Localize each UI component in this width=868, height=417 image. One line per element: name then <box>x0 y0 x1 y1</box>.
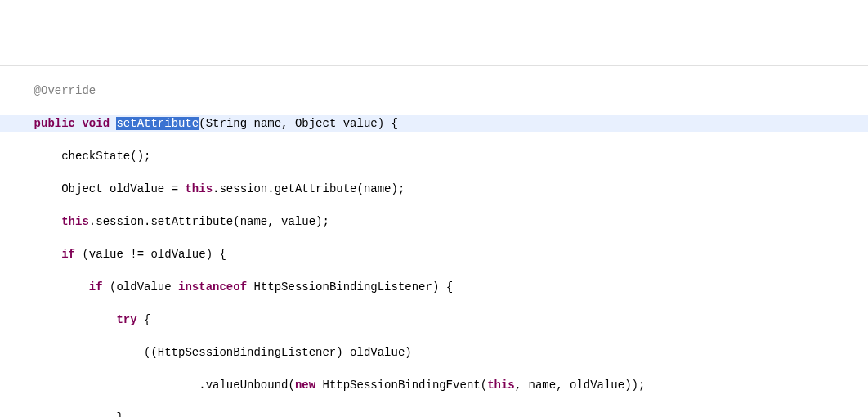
text: .session.setAttribute(name, value); <box>89 215 329 228</box>
annotation: @Override <box>34 84 96 97</box>
text: HttpSessionBindingEvent( <box>315 379 487 392</box>
keyword-this: this <box>61 215 89 228</box>
code-line[interactable]: ((HttpSessionBindingListener) oldValue) <box>0 344 868 361</box>
text: Object oldValue = <box>61 182 185 195</box>
keyword-if: if <box>89 280 103 294</box>
text: (oldValue <box>103 280 178 294</box>
brace: } <box>116 411 123 417</box>
text: , name, oldValue)); <box>515 379 646 392</box>
code-line[interactable]: @Override <box>0 83 868 99</box>
statement: checkState(); <box>61 150 150 163</box>
keyword-instanceof: instanceof <box>178 280 247 294</box>
code-line[interactable]: checkState(); <box>0 148 868 164</box>
method-name-selected[interactable]: setAttribute <box>116 117 199 130</box>
code-line-highlighted[interactable]: public void setAttribute(String name, Ob… <box>0 115 868 132</box>
text: .session.getAttribute(name); <box>213 182 405 195</box>
text: ((HttpSessionBindingListener) oldValue) <box>144 346 412 359</box>
keyword-this: this <box>487 379 515 392</box>
keyword-void: void <box>82 117 110 130</box>
text: .valueUnbound( <box>199 379 295 392</box>
code-line[interactable]: try { <box>0 312 868 328</box>
keyword-this: this <box>185 182 213 195</box>
keyword-public: public <box>34 117 75 130</box>
code-line[interactable]: } <box>0 410 868 417</box>
code-line[interactable]: if (oldValue instanceof HttpSessionBindi… <box>0 279 868 295</box>
text: (value != oldValue) { <box>75 248 226 261</box>
signature-rest: (String name, Object value) { <box>199 117 398 130</box>
code-editor[interactable]: @Override public void setAttribute(Strin… <box>0 65 868 417</box>
keyword-new: new <box>295 379 315 392</box>
keyword-try: try <box>116 313 136 326</box>
text: HttpSessionBindingListener) { <box>247 280 453 294</box>
code-line[interactable]: if (value != oldValue) { <box>0 246 868 262</box>
code-line[interactable]: this.session.setAttribute(name, value); <box>0 213 868 230</box>
code-line[interactable]: .valueUnbound(new HttpSessionBindingEven… <box>0 377 868 393</box>
text: { <box>137 313 151 326</box>
code-line[interactable]: Object oldValue = this.session.getAttrib… <box>0 181 868 197</box>
keyword-if: if <box>61 248 75 261</box>
